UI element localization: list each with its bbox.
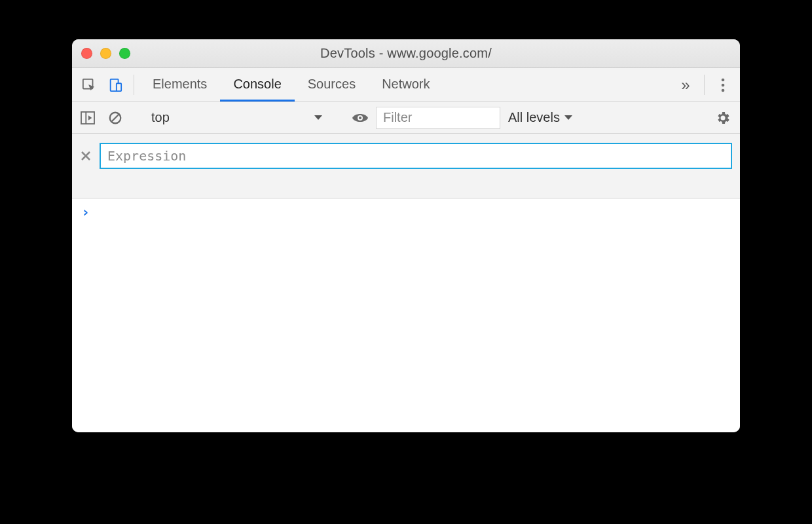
tab-elements[interactable]: Elements (139, 68, 220, 102)
svg-point-3 (722, 78, 725, 81)
tab-label: Elements (153, 77, 207, 92)
execution-context-selector[interactable]: top (146, 106, 329, 130)
zoom-window-button[interactable] (119, 48, 130, 59)
eye-icon (352, 112, 369, 124)
console-toolbar: top All levels (72, 102, 740, 134)
device-toolbar-icon[interactable] (102, 68, 128, 102)
console-output[interactable]: › (72, 198, 740, 432)
more-tabs-button[interactable]: » (673, 68, 699, 102)
kebab-icon (721, 78, 725, 92)
svg-point-11 (359, 117, 361, 119)
log-levels-label: All levels (508, 110, 560, 125)
clear-console-button[interactable] (103, 106, 127, 130)
close-window-button[interactable] (81, 48, 92, 59)
live-expression-input[interactable] (100, 143, 732, 169)
svg-rect-2 (117, 83, 121, 91)
caret-down-icon (314, 115, 323, 121)
chevron-double-right-icon: » (681, 76, 690, 94)
log-levels-selector[interactable]: All levels (504, 110, 577, 125)
console-settings-button[interactable] (711, 106, 735, 130)
separator (704, 75, 705, 95)
toggle-console-sidebar-button[interactable] (76, 106, 100, 130)
live-expression-button[interactable] (348, 106, 372, 130)
live-expression-row (72, 134, 740, 198)
svg-point-4 (722, 83, 725, 86)
chevron-right-icon: › (81, 205, 90, 219)
titlebar: DevTools - www.google.com/ (72, 39, 740, 68)
minimize-window-button[interactable] (100, 48, 111, 59)
console-prompt[interactable]: › (81, 205, 731, 219)
no-sign-icon (108, 111, 122, 125)
main-tab-bar: Elements Console Sources Network » (72, 68, 740, 102)
inspect-element-icon[interactable] (76, 68, 102, 102)
tab-console[interactable]: Console (220, 68, 294, 102)
spacer (443, 68, 673, 102)
tab-network[interactable]: Network (369, 68, 443, 102)
window-controls (81, 39, 130, 67)
tab-label: Console (233, 77, 281, 92)
context-label: top (151, 110, 170, 125)
tab-label: Network (382, 77, 430, 92)
svg-rect-6 (81, 111, 94, 123)
caret-down-icon (564, 115, 573, 121)
remove-expression-button[interactable] (79, 149, 93, 163)
window-title: DevTools - www.google.com/ (72, 46, 740, 61)
svg-line-9 (111, 114, 119, 122)
filter-input[interactable] (376, 107, 500, 129)
close-icon (81, 151, 90, 160)
devtools-window: DevTools - www.google.com/ Elements Cons… (72, 39, 740, 432)
tab-sources[interactable]: Sources (295, 68, 369, 102)
gear-icon (715, 110, 731, 126)
tab-label: Sources (308, 77, 356, 92)
devtools-menu-button[interactable] (710, 68, 736, 102)
separator (134, 75, 134, 95)
svg-point-5 (722, 88, 725, 92)
